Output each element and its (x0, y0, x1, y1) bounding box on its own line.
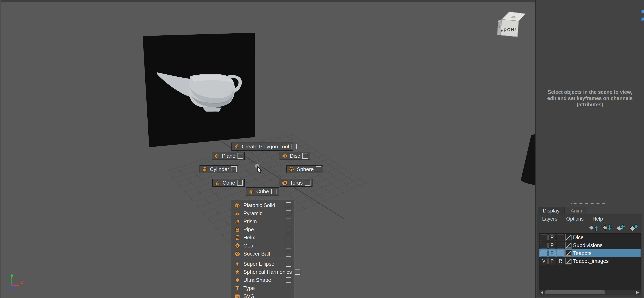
shape-list-item-ultra-shape[interactable]: Ultra Shape (231, 276, 294, 284)
menu-options[interactable]: Options (566, 216, 584, 222)
layer-visibility-toggle[interactable] (540, 234, 548, 241)
channel-box-hint-line: Select objects in the scene to view, (546, 89, 634, 95)
option-box-button[interactable] (231, 166, 237, 172)
shape-list-item-helix[interactable]: Helix (231, 234, 294, 242)
option-box-button[interactable] (286, 251, 291, 256)
layer-name[interactable]: Teapots (573, 250, 592, 256)
shape-list-item-label: SVG (243, 293, 254, 298)
shape-list-item-pyramid[interactable]: Pyramid (231, 209, 294, 217)
option-box-button[interactable] (286, 235, 291, 240)
layer-visibility-toggle[interactable]: V (540, 258, 548, 264)
scroll-right-arrow[interactable] (636, 291, 639, 294)
layer-playback-toggle[interactable]: P (548, 250, 556, 256)
tab-display[interactable]: Display (538, 206, 564, 214)
channel-box-edge-button[interactable] (641, 18, 644, 21)
layer-row-dice[interactable]: PDice (539, 234, 640, 242)
layer-visibility-toggle[interactable] (540, 250, 548, 256)
layer-color-swatch[interactable] (565, 258, 572, 264)
shape-list-item-label: Type (243, 285, 255, 291)
shape-list-item-label: Prism (243, 218, 257, 224)
shape-list-item-label: Ultra Shape (243, 277, 271, 283)
shape-list-item-type[interactable]: Type (231, 284, 294, 292)
marking-menu-item-cylinder[interactable]: Cylinder (200, 165, 238, 173)
option-box-button[interactable] (286, 218, 291, 224)
option-box-button[interactable] (305, 180, 310, 186)
marking-menu-item-create-polygon-tool[interactable]: Create Polygon Tool (232, 142, 293, 150)
horizontal-scrollbar[interactable] (539, 290, 641, 295)
view-cube[interactable]: LEFT TOP FRONT (496, 8, 528, 40)
layer-playback-toggle[interactable]: P (548, 258, 556, 264)
option-box-button[interactable] (295, 269, 300, 275)
option-box-button[interactable] (286, 202, 291, 208)
option-box-button[interactable] (286, 243, 291, 248)
layer-renderable-toggle[interactable] (557, 250, 564, 256)
sphere-icon (288, 166, 295, 172)
layer-playback-toggle[interactable]: P (548, 234, 556, 241)
svg-icon: svg (234, 293, 240, 298)
layer-name[interactable]: Subdivisions (573, 242, 602, 248)
layer-color-swatch[interactable] (565, 250, 572, 256)
option-box-button[interactable] (237, 180, 243, 186)
move-layer-down-icon[interactable] (602, 224, 612, 233)
marking-menu-item-plane[interactable]: Plane (212, 152, 244, 160)
layer-renderable-toggle[interactable] (557, 234, 564, 241)
marking-menu-item-label: Cone (222, 180, 235, 186)
channel-box-edge-button[interactable] (641, 10, 644, 13)
option-box-button[interactable] (316, 166, 322, 172)
tab-anim[interactable]: Anim (566, 206, 587, 214)
create-empty-layer-icon[interactable] (615, 224, 626, 233)
layer-row-teapots[interactable]: PTeapots (539, 249, 640, 257)
pyramid-icon (234, 210, 240, 216)
create-layer-from-selected-icon[interactable] (629, 224, 639, 233)
3d-viewport[interactable]: LEFT TOP FRONT y x z Create Polygon Tool… (0, 0, 535, 298)
marking-menu-item-cube[interactable]: Cube (246, 188, 279, 196)
scroll-left-arrow[interactable] (541, 291, 543, 294)
layer-renderable-toggle[interactable] (557, 242, 564, 249)
axis-indicator: y x z (3, 272, 28, 297)
shape-list-item-pipe[interactable]: Pipe (231, 226, 294, 234)
scrollbar-thumb[interactable] (545, 290, 606, 294)
layer-row-subdivisions[interactable]: PSubdivisions (539, 242, 640, 249)
view-cube-left-face[interactable]: LEFT (498, 22, 500, 28)
layer-playback-toggle[interactable]: P (548, 242, 556, 249)
cone-icon (214, 180, 220, 186)
layer-visibility-toggle[interactable] (540, 242, 548, 249)
shape-list-item-prism[interactable]: Prism (231, 217, 294, 226)
marking-menu-item-sphere[interactable]: Sphere (286, 165, 323, 173)
shape-list-item-soccer-ball[interactable]: Soccer Ball (231, 250, 294, 258)
option-box-button[interactable] (302, 153, 308, 159)
marking-menu-item-disc[interactable]: Disc (280, 152, 310, 160)
option-box-button[interactable] (238, 153, 243, 159)
option-box-button[interactable] (286, 277, 291, 283)
panel-splitter-handle[interactable] (572, 204, 605, 204)
option-box-button[interactable] (286, 227, 291, 232)
layer-name[interactable]: Teapot_images (573, 258, 609, 264)
layer-renderable-toggle[interactable]: R (557, 258, 564, 264)
marking-menu-item-cone[interactable]: Cone (212, 179, 245, 187)
shape-list-item-platonic-solid[interactable]: Platonic Solid (231, 201, 294, 209)
menu-layers[interactable]: Layers (542, 216, 557, 222)
shape-list-item-label: Soccer Ball (243, 251, 270, 257)
move-layer-up-icon[interactable] (588, 224, 599, 233)
layer-color-swatch[interactable] (565, 242, 572, 249)
shape-list-item-super-ellipse[interactable]: Super Ellipse (231, 260, 294, 268)
shape-list-item-gear[interactable]: Gear (231, 242, 294, 250)
option-box-button[interactable] (286, 261, 291, 267)
option-box-button[interactable] (286, 210, 291, 216)
shape-list-item-svg[interactable]: svgSVG (231, 292, 294, 298)
layer-editor-menubar: LayersOptionsHelp (542, 216, 603, 222)
layer-color-swatch[interactable] (565, 234, 572, 241)
menu-help[interactable]: Help (592, 216, 603, 222)
shape-list-item-spherical-harmonics[interactable]: Spherical Harmonics (231, 268, 294, 276)
option-box-button[interactable] (271, 189, 277, 194)
axis-y-label: y (10, 272, 14, 278)
teapot-image-plane[interactable] (143, 33, 255, 147)
layer-name[interactable]: Dice (573, 234, 584, 240)
option-box-button[interactable] (291, 144, 297, 150)
channel-box-panel: Select objects in the scene to view,edit… (535, 0, 644, 298)
marking-menu-item-torus[interactable]: Torus (280, 179, 312, 187)
edge-image-plane[interactable] (521, 134, 535, 185)
layer-row-teapot_images[interactable]: VPRTeapot_images (539, 257, 640, 265)
list-separator (232, 258, 293, 259)
svg-text:svg: svg (236, 295, 239, 298)
